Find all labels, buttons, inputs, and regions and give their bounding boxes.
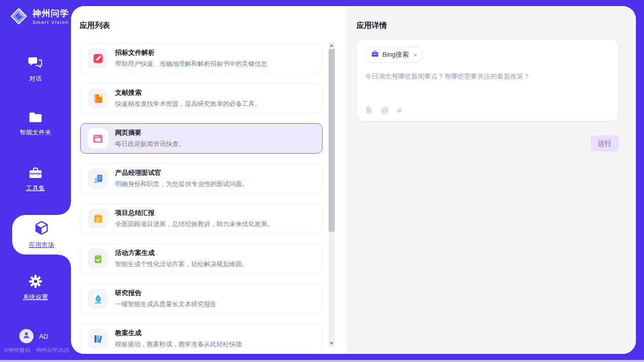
note-icon [88,208,108,229]
app-list-scrollbar[interactable] [329,42,335,347]
app-card-description: 模板驱动，教案秒成，教学准备从此轻松快捷 [115,340,242,349]
bottom-edge-strip [0,360,644,362]
app-detail-title: 应用详情 [356,21,619,30]
app-card-description: 全面回顾项目进展，总结经验教训，助力未来优化发展。 [115,220,274,229]
main-container: 应用列表 招标文件解析 帮助用户快速、准确地理解和解析招标书中的关键信息 [71,6,636,354]
app-card-research-report[interactable]: 研究报告 一键智能生成高质量长文本研究报告 [80,283,323,314]
brand-subtitle: Smart Vision [32,20,69,25]
sidebar-item-chat[interactable]: 对话 [0,56,71,83]
sidebar-item-label: 工具集 [26,185,45,192]
app-card-description: 明确身份和职责，为您提供专业性的面试问题。 [115,180,248,189]
app-card-title: 文献搜索 [115,88,261,97]
edit-pen-icon [88,48,108,68]
user-icon [22,331,30,341]
gear-icon [0,274,71,288]
prompt-composer[interactable]: Bing搜索 × 今日湖北有哪些新闻要点？有哪些需要关注的最新政策？ @ # [356,39,619,122]
svg-text:</>: </> [96,138,100,141]
app-card-description: 每日政府新闻资讯快查。 [115,140,185,149]
app-card-title: 活动方案生成 [115,248,248,258]
user-account[interactable]: AD [19,329,48,343]
app-card-title: 项目总结汇报 [115,208,274,218]
app-card-event-plan[interactable]: 活动方案生成 智能生成个性化活动方案，轻松解决规划难题。 [80,243,323,274]
app-card-description: 一键智能生成高质量长文本研究报告 [115,300,217,309]
app-card-bid-analysis[interactable]: 招标文件解析 帮助用户快速、准确地理解和解析招标书中的关键信息 [80,43,323,74]
briefcase-icon [371,50,379,59]
sidebar-item-label: 对话 [29,75,42,82]
at-icon[interactable]: @ [381,106,388,115]
app-card-list: 招标文件解析 帮助用户快速、准确地理解和解析招标书中的关键信息 文献搜索 快速精… [80,43,323,354]
app-card-title: 研究报告 [115,288,217,298]
app-card-literature-search[interactable]: 文献搜索 快速精准查找学术资源，提高研究效率的必备工具。 [80,83,323,114]
avatar [19,329,33,343]
app-card-description: 快速精准查找学术资源，提高研究效率的必备工具。 [115,100,261,108]
toolbox-icon [0,166,71,179]
app-card-title: 教案生成 [115,329,242,338]
sidebar-item-label: 智能文件夹 [20,129,52,136]
app-list-title: 应用列表 [80,21,110,30]
composer-toolbar: @ # [366,106,402,115]
app-detail-panel: 应用详情 Bing搜索 × 今日湖北有哪些新闻要点？有哪些需要关注的最新政策？ [347,6,636,354]
hash-icon[interactable]: # [397,106,401,115]
sidebar-item-settings[interactable]: 系统设置 [0,274,71,302]
app-card-title: 招标文件解析 [115,48,267,57]
sidebar-item-label: 应用市场 [29,241,54,248]
diamond-logo-icon [9,7,28,28]
app-card-description: 智能生成个性化活动方案，轻松解决规划难题。 [115,260,248,269]
sidebar-item-smart-folder[interactable]: 智能文件夹 [0,112,71,137]
interviewer-icon [88,168,108,189]
tool-chip-label: Bing搜索 [382,50,409,59]
ink-report-icon [88,288,108,309]
chat-icon [0,56,71,70]
app-card-title: 网页摘要 [115,128,185,137]
app-card-project-summary[interactable]: 项目总结汇报 全面回顾项目进展，总结经验教训，助力未来优化发展。 [80,203,323,234]
books-icon [88,329,108,349]
app-logo: 神州问学 Smart Vision [9,7,69,28]
brand-name: 神州问学 [32,9,69,19]
app-card-pm-interviewer[interactable]: 产品经理面试官 明确身份和职责，为您提供专业性的面试问题。 [80,163,323,194]
folder-icon [0,112,71,124]
app-card-web-summary[interactable]: </> 网页摘要 每日政府新闻资讯快查。 [80,123,323,154]
run-button[interactable]: 运行 [591,135,619,152]
app-card-lesson-plan[interactable]: 教案生成 模板驱动，教案秒成，教学准备从此轻松快捷 [80,323,323,354]
paperclip-icon[interactable] [366,106,372,115]
close-icon[interactable]: × [413,51,417,59]
app-card-title: 产品经理面试官 [115,168,248,177]
book-icon [88,88,108,108]
active-nav-bubble: 应用市场 [12,215,71,255]
run-row: 运行 [356,135,619,152]
sidebar-item-app-market[interactable]: 应用市场 [12,220,71,249]
user-initials: AD [39,333,48,340]
scrollbar-up-arrow-icon[interactable] [330,44,334,47]
scrollbar-thumb[interactable] [329,49,335,232]
sidebar: 神州问学 Smart Vision 对话 智能文件夹 [0,0,71,362]
cube-icon [12,220,71,236]
sidebar-item-toolset[interactable]: 工具集 [0,166,71,193]
clipboard-icon [88,248,108,269]
tool-chip-bing-search[interactable]: Bing搜索 × [365,47,423,63]
copyright-footer: ©神州数码 · 神州问学出品 [4,347,69,354]
app-list-panel: 应用列表 招标文件解析 帮助用户快速、准确地理解和解析招标书中的关键信息 [71,6,347,354]
sidebar-item-label: 系统设置 [23,294,48,301]
app-card-description: 帮助用户快速、准确地理解和解析招标书中的关键信息 [115,60,267,68]
query-text[interactable]: 今日湖北有哪些新闻要点？有哪些需要关注的最新政策？ [365,72,610,81]
browser-code-icon: </> [88,128,108,149]
scrollbar-down-arrow-icon[interactable] [330,342,334,345]
